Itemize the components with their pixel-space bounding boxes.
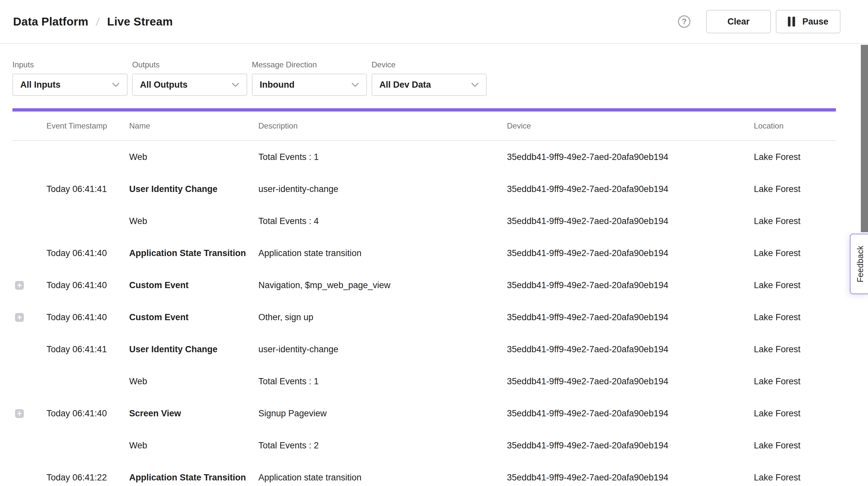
cell-name: Web (129, 441, 258, 451)
header-description: Description (258, 121, 507, 130)
events-table: Event Timestamp Name Description Device … (12, 112, 836, 486)
table-row[interactable]: + Web Total Events : 1 35eddb41-9ff9-49e… (12, 141, 836, 173)
pause-button[interactable]: Pause (776, 10, 840, 33)
cell-description: Total Events : 1 (258, 152, 507, 162)
expand-plus-icon[interactable]: + (15, 281, 24, 290)
header-name: Name (129, 121, 258, 130)
chevron-down-icon (351, 83, 359, 87)
cell-description: user-identity-change (258, 184, 507, 194)
feedback-tab[interactable]: Feedback (850, 234, 868, 294)
cell-device: 35eddb41-9ff9-49e2-7aed-20afa90eb194 (507, 152, 754, 162)
cell-name: User Identity Change (129, 344, 258, 355)
cell-location: Lake Forest (754, 473, 836, 483)
cell-timestamp: Today 06:41:40 (46, 280, 129, 291)
cell-device: 35eddb41-9ff9-49e2-7aed-20afa90eb194 (507, 376, 754, 387)
table-row[interactable]: + Web Total Events : 4 35eddb41-9ff9-49e… (12, 205, 836, 237)
help-icon[interactable]: ? (678, 16, 690, 28)
chevron-down-icon (112, 83, 120, 87)
cell-device: 35eddb41-9ff9-49e2-7aed-20afa90eb194 (507, 312, 754, 323)
cell-location: Lake Forest (754, 152, 836, 162)
table-header-row: Event Timestamp Name Description Device … (12, 112, 836, 141)
table-row[interactable]: + Today 06:41:40 Screen View Signup Page… (12, 397, 836, 429)
cell-device: 35eddb41-9ff9-49e2-7aed-20afa90eb194 (507, 473, 754, 483)
breadcrumb-item-live-stream: Live Stream (107, 15, 173, 28)
cell-timestamp: Today 06:41:40 (46, 312, 129, 323)
filter-inputs: Inputs All Inputs (12, 60, 128, 96)
cell-name: User Identity Change (129, 184, 258, 194)
cell-description: Total Events : 1 (258, 376, 507, 387)
table-row[interactable]: + Today 06:41:40 Custom Event Navigation… (12, 269, 836, 301)
filter-message-direction: Message Direction Inbound (252, 60, 367, 96)
cell-device: 35eddb41-9ff9-49e2-7aed-20afa90eb194 (507, 280, 754, 291)
cell-description: Total Events : 4 (258, 216, 507, 226)
table-row[interactable]: + Today 06:41:40 Application State Trans… (12, 237, 836, 269)
inputs-select-value: All Inputs (20, 80, 61, 90)
header-event-timestamp: Event Timestamp (46, 121, 129, 130)
cell-description: Application state transition (258, 248, 507, 259)
cell-location: Lake Forest (754, 248, 836, 259)
cell-description: Navigation, $mp_web_page_view (258, 280, 507, 291)
expand-plus-icon[interactable]: + (15, 409, 24, 418)
scrollbar-thumb[interactable] (861, 45, 868, 232)
breadcrumb-separator: / (95, 16, 100, 28)
accent-bar (12, 108, 836, 112)
breadcrumb: Data Platform / Live Stream (13, 15, 173, 28)
header-device: Device (507, 121, 754, 130)
outputs-select[interactable]: All Outputs (132, 73, 247, 96)
filter-inputs-label: Inputs (12, 60, 128, 69)
table-row[interactable]: + Today 06:41:40 Custom Event Other, sig… (12, 301, 836, 333)
table-row[interactable]: + Today 06:41:22 Application State Trans… (12, 461, 836, 486)
chevron-down-icon (471, 83, 479, 87)
device-select[interactable]: All Dev Data (372, 73, 487, 96)
table-row[interactable]: + Today 06:41:41 User Identity Change us… (12, 333, 836, 365)
cell-timestamp: Today 06:41:40 (46, 248, 129, 259)
header-location: Location (754, 121, 836, 130)
cell-location: Lake Forest (754, 312, 836, 323)
cell-location: Lake Forest (754, 408, 836, 419)
table-row[interactable]: + Web Total Events : 2 35eddb41-9ff9-49e… (12, 429, 836, 461)
chevron-down-icon (231, 83, 239, 87)
cell-location: Lake Forest (754, 441, 836, 451)
filter-bar: Inputs All Inputs Outputs All Outputs Me… (0, 44, 868, 96)
cell-location: Lake Forest (754, 376, 836, 387)
cell-description: Other, sign up (258, 312, 507, 323)
table-body: + Web Total Events : 1 35eddb41-9ff9-49e… (12, 141, 836, 486)
cell-name: Screen View (129, 408, 258, 419)
cell-description: Total Events : 2 (258, 441, 507, 451)
breadcrumb-item-data-platform[interactable]: Data Platform (13, 15, 88, 28)
cell-timestamp: Today 06:41:41 (46, 344, 129, 355)
cell-description: Application state transition (258, 473, 507, 483)
cell-device: 35eddb41-9ff9-49e2-7aed-20afa90eb194 (507, 216, 754, 226)
cell-device: 35eddb41-9ff9-49e2-7aed-20afa90eb194 (507, 408, 754, 419)
cell-description: Signup Pageview (258, 408, 507, 419)
cell-name: Web (129, 376, 258, 387)
cell-device: 35eddb41-9ff9-49e2-7aed-20afa90eb194 (507, 344, 754, 355)
cell-device: 35eddb41-9ff9-49e2-7aed-20afa90eb194 (507, 184, 754, 194)
cell-device: 35eddb41-9ff9-49e2-7aed-20afa90eb194 (507, 441, 754, 451)
filter-message-direction-label: Message Direction (252, 60, 367, 69)
filter-outputs: Outputs All Outputs (132, 60, 247, 96)
pause-button-label: Pause (802, 17, 829, 27)
inputs-select[interactable]: All Inputs (12, 73, 128, 96)
cell-name: Application State Transition (129, 248, 258, 259)
filter-device: Device All Dev Data (372, 60, 487, 96)
filter-device-label: Device (372, 60, 487, 69)
table-row[interactable]: + Web Total Events : 1 35eddb41-9ff9-49e… (12, 365, 836, 397)
cell-name: Web (129, 216, 258, 226)
cell-location: Lake Forest (754, 280, 836, 291)
message-direction-select[interactable]: Inbound (252, 73, 367, 96)
cell-name: Custom Event (129, 280, 258, 291)
feedback-tab-label: Feedback (856, 246, 865, 282)
clear-button-label: Clear (727, 17, 750, 27)
device-select-value: All Dev Data (379, 80, 431, 90)
message-direction-select-value: Inbound (260, 80, 294, 90)
cell-location: Lake Forest (754, 344, 836, 355)
cell-name: Custom Event (129, 312, 258, 323)
cell-timestamp: Today 06:41:22 (46, 473, 129, 483)
cell-name: Application State Transition (129, 473, 258, 483)
clear-button[interactable]: Clear (706, 10, 771, 33)
filter-outputs-label: Outputs (132, 60, 247, 69)
table-row[interactable]: + Today 06:41:41 User Identity Change us… (12, 173, 836, 205)
cell-description: user-identity-change (258, 344, 507, 355)
expand-plus-icon[interactable]: + (15, 313, 24, 322)
